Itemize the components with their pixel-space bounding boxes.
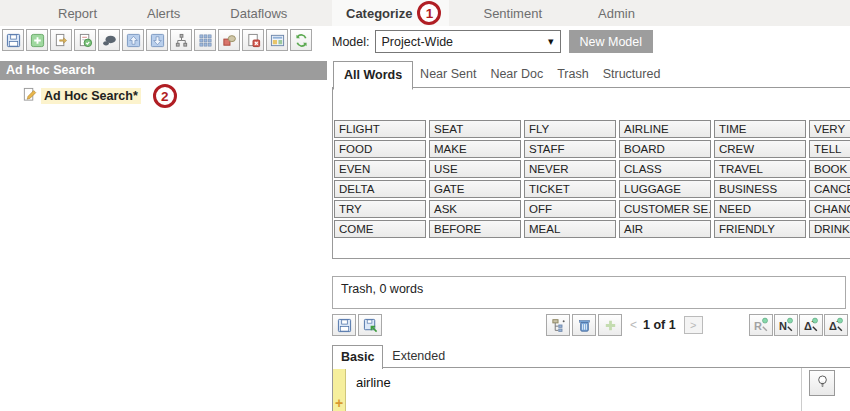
editor-add-line-button[interactable]: + bbox=[335, 395, 343, 411]
grid-icon[interactable] bbox=[194, 29, 216, 51]
comment-icon[interactable] bbox=[98, 29, 120, 51]
word-cell-time[interactable]: TIME bbox=[714, 120, 806, 138]
move-up-icon[interactable] bbox=[122, 29, 144, 51]
word-cell-before[interactable]: BEFORE bbox=[429, 220, 521, 238]
tree-item-ad-hoc-search[interactable]: Ad Hoc Search* 2 bbox=[22, 84, 177, 108]
shapes-icon[interactable] bbox=[218, 29, 240, 51]
model-select[interactable]: Project-Wide ▾ bbox=[375, 30, 561, 53]
word-cell-customer-se-[interactable]: CUSTOMER SE... bbox=[619, 200, 711, 218]
word-cell-airline[interactable]: AIRLINE bbox=[619, 120, 711, 138]
word-grid: FLIGHTSEATFLYAIRLINETIMEVERYFOODMAKESTAF… bbox=[334, 120, 850, 238]
plus-icon[interactable] bbox=[598, 314, 622, 336]
word-tab-trash[interactable]: Trash bbox=[550, 61, 596, 89]
word-cell-food[interactable]: FOOD bbox=[334, 140, 426, 158]
taxonomy-icon[interactable] bbox=[546, 314, 570, 336]
all-words-panel: FLIGHTSEATFLYAIRLINETIMEVERYFOODMAKESTAF… bbox=[332, 87, 850, 259]
delta-plus-icon[interactable]: Δ+ bbox=[799, 314, 823, 336]
editor-tab-extended[interactable]: Extended bbox=[383, 345, 454, 368]
word-cell-flight[interactable]: FLIGHT bbox=[334, 120, 426, 138]
word-cell-gate[interactable]: GATE bbox=[429, 180, 521, 198]
word-cell-never[interactable]: NEVER bbox=[524, 160, 616, 178]
save-icon[interactable] bbox=[2, 29, 24, 51]
validate-icon[interactable] bbox=[74, 29, 96, 51]
bottom-toolbar-left bbox=[332, 314, 382, 336]
word-cell-fly[interactable]: FLY bbox=[524, 120, 616, 138]
delete-icon[interactable] bbox=[242, 29, 264, 51]
save-icon[interactable] bbox=[332, 314, 356, 336]
delta-minus-icon[interactable]: Δ− bbox=[824, 314, 848, 336]
word-cell-business[interactable]: BUSINESS bbox=[714, 180, 806, 198]
word-cell-very[interactable]: VERY bbox=[809, 120, 850, 138]
top-tabs-left: ReportAlertsDataflows bbox=[58, 0, 287, 26]
trash-icon[interactable] bbox=[572, 314, 596, 336]
edit-page-icon bbox=[22, 87, 37, 105]
word-cell-ask[interactable]: ASK bbox=[429, 200, 521, 218]
new-model-button[interactable]: New Model bbox=[569, 30, 654, 53]
word-cell-air[interactable]: AIR bbox=[619, 220, 711, 238]
word-cell-delta[interactable]: DELTA bbox=[334, 180, 426, 198]
app-window: ReportAlertsDataflows Categorize1Sentime… bbox=[0, 0, 850, 411]
lightbulb-icon bbox=[815, 374, 830, 392]
top-tab-alerts[interactable]: Alerts bbox=[147, 6, 180, 21]
word-cell-class[interactable]: CLASS bbox=[619, 160, 711, 178]
move-down-icon[interactable] bbox=[146, 29, 168, 51]
top-tab-sentiment[interactable]: Sentiment bbox=[477, 6, 548, 21]
bottom-toolbar: <1 of 1> RNΔ+Δ− bbox=[332, 314, 850, 338]
word-cell-staff[interactable]: STAFF bbox=[524, 140, 616, 158]
report-icon[interactable] bbox=[266, 29, 288, 51]
word-cell-try[interactable]: TRY bbox=[334, 200, 426, 218]
word-cell-meal[interactable]: MEAL bbox=[524, 220, 616, 238]
save-import-icon[interactable] bbox=[358, 314, 382, 336]
model-label: Model: bbox=[332, 35, 370, 49]
top-tab-dataflows[interactable]: Dataflows bbox=[230, 6, 287, 21]
word-tab-structured[interactable]: Structured bbox=[596, 61, 668, 89]
word-cell-come[interactable]: COME bbox=[334, 220, 426, 238]
suggestion-button[interactable] bbox=[809, 370, 835, 396]
n-term-icon[interactable]: N bbox=[774, 314, 798, 336]
word-cell-cancel[interactable]: CANCEL bbox=[809, 180, 850, 198]
word-cell-drink[interactable]: DRINK bbox=[809, 220, 850, 238]
r-term-icon[interactable]: R bbox=[749, 314, 773, 336]
word-cell-even[interactable]: EVEN bbox=[334, 160, 426, 178]
model-bar: Model: Project-Wide ▾ New Model bbox=[332, 30, 653, 53]
word-cell-ticket[interactable]: TICKET bbox=[524, 180, 616, 198]
top-tab-label: Categorize bbox=[346, 6, 412, 21]
left-toolbar bbox=[2, 29, 312, 51]
word-tab-all-words[interactable]: All Words bbox=[333, 61, 413, 90]
word-cell-need[interactable]: NEED bbox=[714, 200, 806, 218]
word-grid-row: TRYASKOFFCUSTOMER SE...NEEDCHANGE bbox=[334, 200, 850, 218]
word-cell-tell[interactable]: TELL bbox=[809, 140, 850, 158]
word-cell-crew[interactable]: CREW bbox=[714, 140, 806, 158]
word-cell-change[interactable]: CHANGE bbox=[809, 200, 850, 218]
word-cell-friendly[interactable]: FRIENDLY bbox=[714, 220, 806, 238]
top-tab-categorize[interactable]: Categorize1 bbox=[332, 0, 449, 26]
word-cell-off[interactable]: OFF bbox=[524, 200, 616, 218]
add-icon[interactable] bbox=[26, 29, 48, 51]
word-grid-row: EVENUSENEVERCLASSTRAVELBOOK bbox=[334, 160, 850, 178]
pagination-prev[interactable]: < bbox=[630, 318, 637, 332]
word-cell-make[interactable]: MAKE bbox=[429, 140, 521, 158]
top-tab-admin[interactable]: Admin bbox=[592, 6, 641, 21]
refresh-icon[interactable] bbox=[290, 29, 312, 51]
word-cell-book[interactable]: BOOK bbox=[809, 160, 850, 178]
word-cell-luggage[interactable]: LUGGAGE bbox=[619, 180, 711, 198]
word-tab-near-doc[interactable]: Near Doc bbox=[483, 61, 550, 89]
word-cell-board[interactable]: BOARD bbox=[619, 140, 711, 158]
top-tab-strip: ReportAlertsDataflows Categorize1Sentime… bbox=[0, 0, 850, 26]
pagination-next[interactable]: > bbox=[684, 316, 703, 334]
top-tab-report[interactable]: Report bbox=[58, 6, 97, 21]
hierarchy-icon[interactable] bbox=[170, 29, 192, 51]
trash-status-box: Trash, 0 words bbox=[332, 276, 846, 309]
export-icon[interactable] bbox=[50, 29, 72, 51]
pagination-label: 1 of 1 bbox=[643, 318, 676, 332]
search-editor[interactable]: + airline bbox=[332, 367, 850, 411]
tree-panel-header: Ad Hoc Search bbox=[0, 61, 327, 80]
editor-tab-basic[interactable]: Basic bbox=[332, 345, 383, 369]
editor-text: airline bbox=[356, 375, 391, 390]
word-cell-use[interactable]: USE bbox=[429, 160, 521, 178]
word-tab-near-sent[interactable]: Near Sent bbox=[413, 61, 483, 89]
word-cell-seat[interactable]: SEAT bbox=[429, 120, 521, 138]
word-cell-travel[interactable]: TRAVEL bbox=[714, 160, 806, 178]
word-tabs: All WordsNear SentNear DocTrashStructure… bbox=[333, 60, 667, 89]
word-grid-row: FOODMAKESTAFFBOARDCREWTELL bbox=[334, 140, 850, 158]
